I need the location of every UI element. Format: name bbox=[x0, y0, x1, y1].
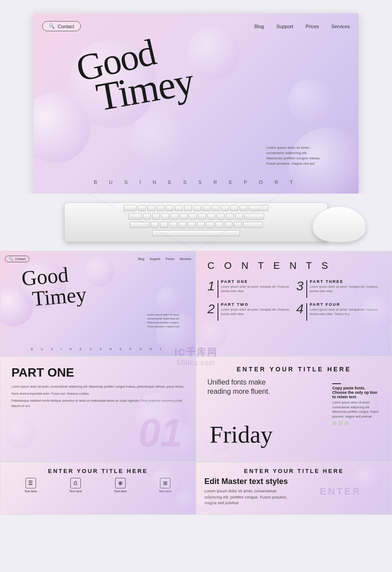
key bbox=[171, 213, 178, 220]
cp-title: Copy paste fonts. Choose the only op tio… bbox=[332, 386, 381, 399]
print-icon: ⎙ bbox=[74, 480, 77, 486]
key bbox=[197, 222, 205, 228]
hero-business-text: B U S I N E S S R E P O R T bbox=[33, 180, 359, 185]
key bbox=[198, 213, 206, 220]
key bbox=[203, 205, 211, 211]
divider-line bbox=[332, 383, 341, 384]
nav-services-sm: Services bbox=[179, 257, 191, 260]
circle-dot bbox=[338, 421, 343, 425]
key bbox=[240, 205, 247, 211]
key bbox=[225, 222, 232, 228]
contents-divider bbox=[306, 280, 307, 298]
key bbox=[207, 213, 215, 220]
nav-services[interactable]: Services bbox=[331, 24, 350, 29]
title-unified-text: Unified fonts make reading more fluent. bbox=[207, 378, 278, 396]
key bbox=[152, 213, 160, 220]
sm-circle bbox=[196, 492, 214, 512]
key bbox=[156, 205, 164, 211]
contents-part-label-1: PART ONE bbox=[221, 279, 292, 284]
contents-divider bbox=[218, 303, 218, 321]
slide-contact-btn[interactable]: 🔍 Contact bbox=[5, 256, 29, 262]
key bbox=[147, 205, 155, 211]
nav-links: Blog Support Prices Services bbox=[254, 24, 350, 29]
friday-script: Friday bbox=[210, 421, 273, 448]
icon-box-3: ⊕ bbox=[115, 478, 126, 488]
nav-support[interactable]: Support bbox=[276, 24, 294, 29]
key bbox=[130, 222, 149, 228]
key bbox=[166, 205, 174, 211]
key bbox=[175, 205, 183, 211]
icon-label-1: Text here bbox=[25, 490, 37, 493]
sm-circle bbox=[5, 418, 36, 448]
mouse bbox=[313, 207, 366, 242]
key bbox=[243, 222, 263, 228]
sm-circle bbox=[176, 490, 196, 512]
key bbox=[235, 213, 243, 220]
key bbox=[180, 213, 188, 220]
keyboard bbox=[64, 202, 328, 242]
contents-num-1: 1 bbox=[207, 279, 215, 293]
bottom-slides-row: ENTER YOUR TITLE HERE ☰ Text here ⎙ Text… bbox=[0, 462, 392, 515]
sm-circle bbox=[152, 467, 182, 498]
contents-part-label-3: PART THREE bbox=[310, 279, 381, 284]
sm-circle bbox=[156, 286, 182, 313]
hero-circle-3 bbox=[187, 26, 240, 79]
contents-part-desc-2: Lorem ipsum dolor sit amet. Volutpat eli… bbox=[221, 308, 292, 316]
circle-dot bbox=[332, 421, 337, 425]
part-one-text1: Lorem ipsum dolor sit amet, consectetuer… bbox=[11, 384, 185, 389]
keyboard-section bbox=[0, 194, 392, 251]
contents-item-3: 3 PART THREE Lorem ipsum dolor sit amet.… bbox=[296, 279, 381, 298]
contents-part-desc-3: Lorem ipsum dolor sit amet. Volutpat eli… bbox=[310, 285, 381, 293]
bottom-icon-item-3: ⊕ Text here bbox=[114, 478, 127, 493]
key bbox=[215, 222, 223, 228]
hero-circle-5 bbox=[288, 79, 332, 123]
key bbox=[249, 205, 269, 211]
nav-prices[interactable]: Prices bbox=[305, 24, 319, 29]
title-copy-paste: Copy paste fonts. Choose the only op tio… bbox=[332, 383, 381, 425]
key bbox=[230, 205, 238, 211]
bottom-icon-item-1: ☰ Text here bbox=[25, 478, 37, 493]
search-icon-sm: 🔍 bbox=[9, 257, 13, 261]
key bbox=[128, 213, 142, 220]
icon-box-1: ☰ bbox=[25, 478, 36, 488]
key bbox=[143, 213, 151, 220]
sm-circle bbox=[361, 295, 392, 330]
title-slide-header: ENTER YOUR TITLE HERE bbox=[207, 366, 381, 373]
contents-num-2: 2 bbox=[207, 302, 215, 315]
enter-placeholder: ENTER bbox=[319, 486, 361, 497]
key bbox=[161, 213, 169, 220]
search-icon: 🔍 bbox=[49, 23, 55, 29]
contact-label: Contact bbox=[58, 24, 74, 29]
contents-block-2: PART TWO Lorem ipsum dolor sit amet. Vol… bbox=[221, 302, 292, 316]
contents-part-label-2: PART TWO bbox=[221, 302, 292, 307]
nav-blog[interactable]: Blog bbox=[254, 24, 264, 29]
circle-dot bbox=[345, 421, 349, 425]
contents-num-3: 3 bbox=[296, 279, 304, 293]
key bbox=[123, 205, 137, 211]
icon-label-2: Text here bbox=[69, 490, 82, 493]
circle-dots bbox=[332, 421, 381, 425]
nav-prices-sm: Prices bbox=[166, 257, 174, 260]
nav-support-sm: Support bbox=[149, 257, 160, 260]
spacebar bbox=[152, 230, 240, 236]
contact-button[interactable]: 🔍 Contact bbox=[42, 21, 81, 31]
slide-cover-thumb: 🔍 Contact Blog Support Prices Services G… bbox=[0, 251, 196, 356]
contents-block-1: PART ONE Lorem ipsum dolor sit amet. Vol… bbox=[221, 279, 292, 293]
slide-script: Good Timey bbox=[21, 262, 87, 312]
key bbox=[234, 222, 242, 228]
contents-divider bbox=[306, 303, 307, 321]
contents-item-2: 2 PART TWO Lorem ipsum dolor sit amet. V… bbox=[207, 302, 292, 321]
part-one-big-num: 01 bbox=[138, 413, 182, 453]
sm-circle bbox=[354, 465, 383, 493]
slide-title-content: ENTER YOUR TITLE HERE Unified fonts make… bbox=[196, 356, 392, 462]
key bbox=[184, 205, 192, 211]
slides-grid: IC千库网 588ku.com 🔍 Contact Blog Support P… bbox=[0, 251, 392, 462]
nav-blog-sm: Blog bbox=[138, 257, 144, 260]
key bbox=[138, 205, 146, 211]
edit-master-sub: Lorem ipsum dolor sit amet, consectetuer… bbox=[204, 488, 291, 506]
key bbox=[188, 222, 196, 228]
edit-master-text: Edit Master text styles bbox=[204, 477, 291, 487]
slide-contact-label: Contact bbox=[15, 257, 25, 260]
sm-circle bbox=[201, 321, 227, 347]
hero-lorem-text: Lorem ipsum dolor sit amet, consectetur … bbox=[266, 145, 323, 166]
